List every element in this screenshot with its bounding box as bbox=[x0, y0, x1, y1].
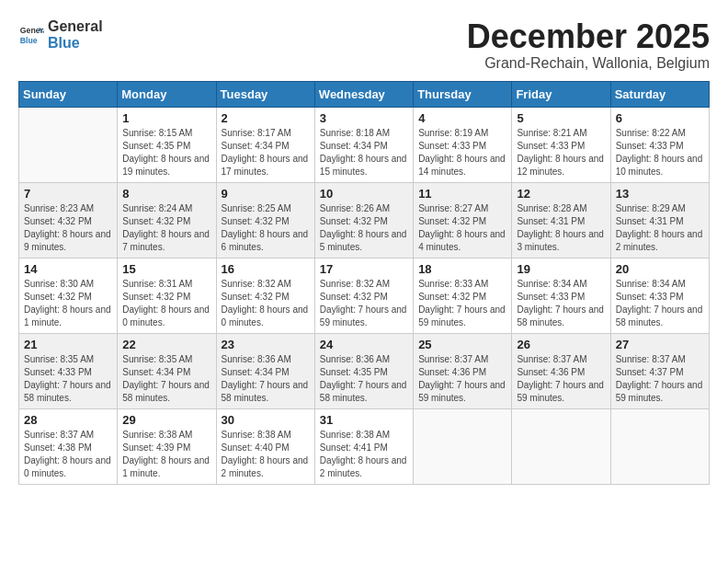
day-info: Sunrise: 8:37 AMSunset: 4:37 PMDaylight:… bbox=[616, 353, 704, 405]
page-header: General Blue General Blue December 2025 … bbox=[18, 18, 710, 72]
calendar-cell: 3Sunrise: 8:18 AMSunset: 4:34 PMDaylight… bbox=[314, 107, 413, 182]
day-number: 12 bbox=[517, 187, 605, 201]
day-number: 28 bbox=[24, 413, 112, 427]
calendar-cell bbox=[19, 107, 118, 182]
day-number: 23 bbox=[222, 338, 310, 351]
day-number: 6 bbox=[616, 111, 704, 125]
day-header-saturday: Saturday bbox=[610, 81, 709, 107]
day-info: Sunrise: 8:32 AMSunset: 4:32 PMDaylight:… bbox=[222, 278, 310, 329]
day-info: Sunrise: 8:31 AMSunset: 4:32 PMDaylight:… bbox=[122, 278, 210, 329]
logo-icon: General Blue bbox=[18, 22, 44, 48]
calendar-body: 1Sunrise: 8:15 AMSunset: 4:35 PMDaylight… bbox=[19, 107, 710, 484]
day-number: 29 bbox=[122, 413, 210, 427]
day-info: Sunrise: 8:29 AMSunset: 4:31 PMDaylight:… bbox=[616, 202, 704, 254]
day-info: Sunrise: 8:37 AMSunset: 4:38 PMDaylight:… bbox=[24, 429, 112, 480]
calendar-cell: 6Sunrise: 8:22 AMSunset: 4:33 PMDaylight… bbox=[610, 107, 709, 182]
calendar-week-row: 28Sunrise: 8:37 AMSunset: 4:38 PMDayligh… bbox=[19, 408, 710, 484]
month-title: December 2025 bbox=[467, 18, 710, 55]
day-info: Sunrise: 8:26 AMSunset: 4:32 PMDaylight:… bbox=[320, 202, 408, 254]
day-header-friday: Friday bbox=[512, 81, 610, 107]
calendar-cell: 27Sunrise: 8:37 AMSunset: 4:37 PMDayligh… bbox=[610, 333, 709, 408]
logo-general: General bbox=[48, 18, 103, 35]
day-info: Sunrise: 8:18 AMSunset: 4:34 PMDaylight:… bbox=[320, 127, 408, 178]
day-number: 14 bbox=[24, 262, 112, 276]
day-number: 26 bbox=[517, 338, 605, 351]
calendar-cell: 24Sunrise: 8:36 AMSunset: 4:35 PMDayligh… bbox=[314, 333, 413, 408]
calendar-week-row: 7Sunrise: 8:23 AMSunset: 4:32 PMDaylight… bbox=[19, 182, 710, 258]
day-number: 9 bbox=[222, 187, 310, 201]
calendar-cell: 22Sunrise: 8:35 AMSunset: 4:34 PMDayligh… bbox=[118, 333, 216, 408]
day-info: Sunrise: 8:36 AMSunset: 4:34 PMDaylight:… bbox=[222, 353, 310, 405]
day-header-wednesday: Wednesday bbox=[314, 81, 413, 107]
day-info: Sunrise: 8:28 AMSunset: 4:31 PMDaylight:… bbox=[517, 202, 605, 254]
calendar-cell: 5Sunrise: 8:21 AMSunset: 4:33 PMDaylight… bbox=[512, 107, 610, 182]
calendar-cell: 9Sunrise: 8:25 AMSunset: 4:32 PMDaylight… bbox=[216, 182, 314, 258]
day-number: 24 bbox=[320, 338, 408, 351]
day-info: Sunrise: 8:33 AMSunset: 4:32 PMDaylight:… bbox=[418, 278, 506, 329]
calendar-table: SundayMondayTuesdayWednesdayThursdayFrid… bbox=[18, 81, 710, 485]
calendar-cell: 7Sunrise: 8:23 AMSunset: 4:32 PMDaylight… bbox=[19, 182, 118, 258]
day-info: Sunrise: 8:30 AMSunset: 4:32 PMDaylight:… bbox=[24, 278, 112, 329]
calendar-week-row: 21Sunrise: 8:35 AMSunset: 4:33 PMDayligh… bbox=[19, 333, 710, 408]
day-info: Sunrise: 8:19 AMSunset: 4:33 PMDaylight:… bbox=[418, 127, 506, 178]
svg-text:Blue: Blue bbox=[20, 35, 38, 44]
day-number: 13 bbox=[616, 187, 704, 201]
calendar-cell: 17Sunrise: 8:32 AMSunset: 4:32 PMDayligh… bbox=[314, 258, 413, 333]
calendar-week-row: 14Sunrise: 8:30 AMSunset: 4:32 PMDayligh… bbox=[19, 258, 710, 333]
day-info: Sunrise: 8:38 AMSunset: 4:40 PMDaylight:… bbox=[222, 429, 310, 480]
calendar-cell: 8Sunrise: 8:24 AMSunset: 4:32 PMDaylight… bbox=[118, 182, 216, 258]
day-number: 27 bbox=[616, 338, 704, 351]
logo: General Blue General Blue bbox=[18, 18, 103, 51]
calendar-cell: 29Sunrise: 8:38 AMSunset: 4:39 PMDayligh… bbox=[118, 408, 216, 484]
day-number: 21 bbox=[24, 338, 112, 351]
day-info: Sunrise: 8:34 AMSunset: 4:33 PMDaylight:… bbox=[517, 278, 605, 329]
day-header-thursday: Thursday bbox=[414, 81, 512, 107]
day-number: 18 bbox=[418, 262, 506, 276]
calendar-week-row: 1Sunrise: 8:15 AMSunset: 4:35 PMDaylight… bbox=[19, 107, 710, 182]
calendar-cell bbox=[414, 408, 512, 484]
calendar-cell: 21Sunrise: 8:35 AMSunset: 4:33 PMDayligh… bbox=[19, 333, 118, 408]
day-info: Sunrise: 8:34 AMSunset: 4:33 PMDaylight:… bbox=[616, 278, 704, 329]
day-header-sunday: Sunday bbox=[19, 81, 118, 107]
calendar-cell: 15Sunrise: 8:31 AMSunset: 4:32 PMDayligh… bbox=[118, 258, 216, 333]
day-number: 3 bbox=[320, 111, 408, 125]
calendar-cell: 4Sunrise: 8:19 AMSunset: 4:33 PMDaylight… bbox=[414, 107, 512, 182]
day-info: Sunrise: 8:27 AMSunset: 4:32 PMDaylight:… bbox=[418, 202, 506, 254]
title-area: December 2025 Grand-Rechain, Wallonia, B… bbox=[467, 18, 710, 72]
day-number: 20 bbox=[616, 262, 704, 276]
calendar-cell: 19Sunrise: 8:34 AMSunset: 4:33 PMDayligh… bbox=[512, 258, 610, 333]
day-info: Sunrise: 8:37 AMSunset: 4:36 PMDaylight:… bbox=[418, 353, 506, 405]
calendar-cell bbox=[610, 408, 709, 484]
day-number: 15 bbox=[122, 262, 210, 276]
day-info: Sunrise: 8:32 AMSunset: 4:32 PMDaylight:… bbox=[320, 278, 408, 329]
day-info: Sunrise: 8:24 AMSunset: 4:32 PMDaylight:… bbox=[122, 202, 210, 254]
day-number: 25 bbox=[418, 338, 506, 351]
day-number: 8 bbox=[122, 187, 210, 201]
calendar-cell: 1Sunrise: 8:15 AMSunset: 4:35 PMDaylight… bbox=[118, 107, 216, 182]
day-info: Sunrise: 8:36 AMSunset: 4:35 PMDaylight:… bbox=[320, 353, 408, 405]
day-number: 16 bbox=[222, 262, 310, 276]
day-info: Sunrise: 8:17 AMSunset: 4:34 PMDaylight:… bbox=[222, 127, 310, 178]
day-number: 31 bbox=[320, 413, 408, 427]
location-subtitle: Grand-Rechain, Wallonia, Belgium bbox=[467, 55, 710, 72]
day-number: 11 bbox=[418, 187, 506, 201]
day-info: Sunrise: 8:35 AMSunset: 4:34 PMDaylight:… bbox=[122, 353, 210, 405]
day-number: 7 bbox=[24, 187, 112, 201]
day-info: Sunrise: 8:38 AMSunset: 4:41 PMDaylight:… bbox=[320, 429, 408, 480]
day-info: Sunrise: 8:15 AMSunset: 4:35 PMDaylight:… bbox=[122, 127, 210, 178]
calendar-cell: 12Sunrise: 8:28 AMSunset: 4:31 PMDayligh… bbox=[512, 182, 610, 258]
day-header-monday: Monday bbox=[118, 81, 216, 107]
day-info: Sunrise: 8:23 AMSunset: 4:32 PMDaylight:… bbox=[24, 202, 112, 254]
calendar-cell: 18Sunrise: 8:33 AMSunset: 4:32 PMDayligh… bbox=[414, 258, 512, 333]
calendar-header: SundayMondayTuesdayWednesdayThursdayFrid… bbox=[19, 81, 710, 107]
day-header-tuesday: Tuesday bbox=[216, 81, 314, 107]
day-number: 17 bbox=[320, 262, 408, 276]
calendar-cell: 10Sunrise: 8:26 AMSunset: 4:32 PMDayligh… bbox=[314, 182, 413, 258]
day-info: Sunrise: 8:25 AMSunset: 4:32 PMDaylight:… bbox=[222, 202, 310, 254]
calendar-cell: 25Sunrise: 8:37 AMSunset: 4:36 PMDayligh… bbox=[414, 333, 512, 408]
day-info: Sunrise: 8:37 AMSunset: 4:36 PMDaylight:… bbox=[517, 353, 605, 405]
calendar-cell: 2Sunrise: 8:17 AMSunset: 4:34 PMDaylight… bbox=[216, 107, 314, 182]
calendar-cell: 16Sunrise: 8:32 AMSunset: 4:32 PMDayligh… bbox=[216, 258, 314, 333]
calendar-cell: 23Sunrise: 8:36 AMSunset: 4:34 PMDayligh… bbox=[216, 333, 314, 408]
calendar-cell bbox=[512, 408, 610, 484]
